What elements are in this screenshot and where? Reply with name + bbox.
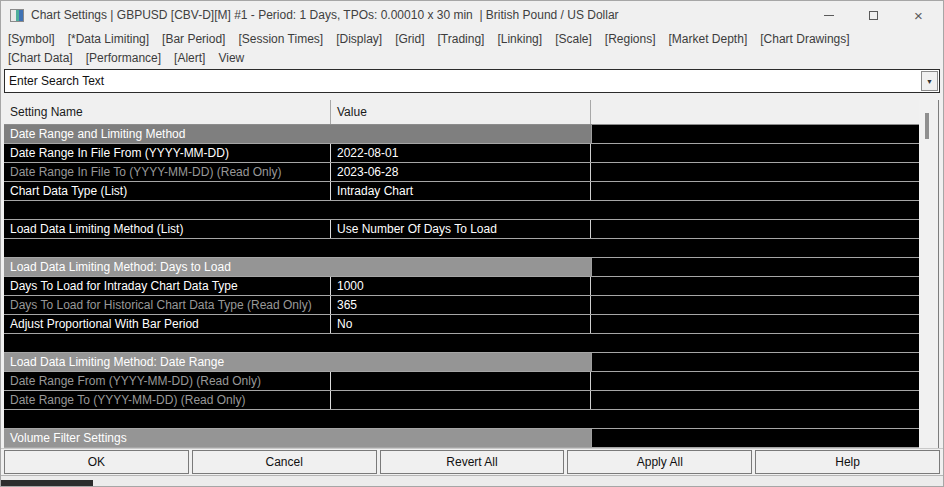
dialog-button-row: OKCancelRevert AllApply AllHelp <box>1 448 943 475</box>
setting-value[interactable]: Use Number Of Days To Load <box>331 220 591 238</box>
menu-session-times[interactable]: [Session Times] <box>238 32 323 46</box>
bottom-strip <box>1 475 943 487</box>
vertical-scrollbar[interactable] <box>919 100 939 448</box>
setting-row-chart-data-type-list-[interactable]: Chart Data Type (List)Intraday Chart <box>4 182 919 201</box>
section-label: Load Data Limiting Method: Days to Load <box>4 258 592 276</box>
ok-button[interactable]: OK <box>4 450 189 474</box>
extra-cell <box>592 258 919 276</box>
extra-cell <box>591 220 919 238</box>
extra-cell <box>592 429 919 447</box>
scrollbar-thumb[interactable] <box>925 113 929 139</box>
revert-all-button[interactable]: Revert All <box>380 450 565 474</box>
setting-value[interactable] <box>331 372 591 390</box>
setting-row-load-data-limiting-method-list-[interactable]: Load Data Limiting Method (List)Use Numb… <box>4 220 919 239</box>
window-title: Chart Settings | GBPUSD [CBV-D][M] #1 - … <box>31 8 619 22</box>
app-icon <box>10 9 24 22</box>
menu-chart-drawings[interactable]: [Chart Drawings] <box>760 32 849 46</box>
setting-value[interactable]: 2022-08-01 <box>331 144 591 162</box>
chevron-down-icon: ▼ <box>926 78 933 85</box>
section-label: Volume Filter Settings <box>4 429 592 447</box>
menu-performance[interactable]: [Performance] <box>86 51 161 65</box>
close-button[interactable]: × <box>896 1 941 29</box>
window-controls: × <box>806 1 941 29</box>
setting-row-date-range-in-file-to-yyyy-mm-dd-read-only-[interactable]: Date Range In File To (YYYY-MM-DD) (Read… <box>4 163 919 182</box>
column-header-setting-name[interactable]: Setting Name <box>4 100 331 124</box>
setting-row-date-range-from-yyyy-mm-dd-read-only-[interactable]: Date Range From (YYYY-MM-DD) (Read Only) <box>4 372 919 391</box>
settings-rows: Date Range and Limiting MethodDate Range… <box>4 125 919 448</box>
menu-grid[interactable]: [Grid] <box>395 32 424 46</box>
extra-cell <box>591 182 919 200</box>
combo-dropdown-button[interactable]: ▼ <box>921 71 938 91</box>
extra-cell <box>591 277 919 295</box>
section-row-date-range-and-limiting-method: Date Range and Limiting Method <box>4 125 919 144</box>
cancel-button[interactable]: Cancel <box>192 450 377 474</box>
help-button[interactable]: Help <box>755 450 940 474</box>
setting-name: Date Range To (YYYY-MM-DD) (Read Only) <box>4 391 331 409</box>
setting-name: Days To Load for Historical Chart Data T… <box>4 296 331 314</box>
menu-data-limiting[interactable]: [*Data Limiting] <box>68 32 149 46</box>
menu-row-1: [Symbol][*Data Limiting][Bar Period][Ses… <box>1 29 943 48</box>
menu-scale[interactable]: [Scale] <box>555 32 592 46</box>
table-header: Setting Name Value <box>4 100 919 125</box>
setting-value[interactable]: Intraday Chart <box>331 182 591 200</box>
section-row-load-data-limiting-method-days-to-load: Load Data Limiting Method: Days to Load <box>4 258 919 277</box>
setting-value[interactable]: 1000 <box>331 277 591 295</box>
menu-regions[interactable]: [Regions] <box>605 32 656 46</box>
setting-value[interactable] <box>331 391 591 409</box>
close-icon: × <box>914 8 923 23</box>
menu-display[interactable]: [Display] <box>336 32 382 46</box>
setting-row-date-range-in-file-from-yyyy-mm-dd-[interactable]: Date Range In File From (YYYY-MM-DD)2022… <box>4 144 919 163</box>
menu-chart-data[interactable]: [Chart Data] <box>8 51 73 65</box>
minimize-icon <box>824 15 834 16</box>
setting-row-adjust-proportional-with-bar-period[interactable]: Adjust Proportional With Bar PeriodNo <box>4 315 919 334</box>
setting-name: Date Range In File To (YYYY-MM-DD) (Read… <box>4 163 331 181</box>
minimize-button[interactable] <box>806 1 851 29</box>
setting-name: Days To Load for Intraday Chart Data Typ… <box>4 277 331 295</box>
menu-trading[interactable]: [Trading] <box>438 32 485 46</box>
setting-name: Load Data Limiting Method (List) <box>4 220 331 238</box>
section-row-load-data-limiting-method-date-range: Load Data Limiting Method: Date Range <box>4 353 919 372</box>
column-header-value[interactable]: Value <box>331 100 591 124</box>
menu-bar: [Symbol][*Data Limiting][Bar Period][Ses… <box>1 29 943 67</box>
menu-bar-period[interactable]: [Bar Period] <box>162 32 225 46</box>
menu-row-2: [Chart Data][Performance][Alert]View <box>1 48 943 67</box>
section-label: Load Data Limiting Method: Date Range <box>4 353 592 371</box>
chart-settings-window: Chart Settings | GBPUSD [CBV-D][M] #1 - … <box>0 0 944 487</box>
extra-cell <box>591 391 919 409</box>
spacer-row <box>4 410 919 429</box>
settings-table: Setting Name Value Date Range and Limiti… <box>4 100 919 448</box>
maximize-icon <box>869 11 878 20</box>
setting-name: Date Range From (YYYY-MM-DD) (Read Only) <box>4 372 331 390</box>
title-bar: Chart Settings | GBPUSD [CBV-D][M] #1 - … <box>1 1 943 29</box>
setting-row-date-range-to-yyyy-mm-dd-read-only-[interactable]: Date Range To (YYYY-MM-DD) (Read Only) <box>4 391 919 410</box>
section-label: Date Range and Limiting Method <box>4 125 592 143</box>
spacer-row <box>4 201 919 220</box>
extra-cell <box>591 315 919 333</box>
setting-row-days-to-load-for-historical-chart-data-type-read-only-[interactable]: Days To Load for Historical Chart Data T… <box>4 296 919 315</box>
taskbar-edge <box>1 480 93 487</box>
setting-value[interactable]: 365 <box>331 296 591 314</box>
setting-value[interactable]: 2023-06-28 <box>331 163 591 181</box>
spacer-row <box>4 334 919 353</box>
section-row-volume-filter-settings: Volume Filter Settings <box>4 429 919 448</box>
search-input[interactable] <box>5 70 921 92</box>
maximize-button[interactable] <box>851 1 896 29</box>
extra-cell <box>592 353 919 371</box>
extra-cell <box>591 163 919 181</box>
extra-cell <box>591 144 919 162</box>
menu-view[interactable]: View <box>218 51 244 65</box>
spacer-row <box>4 239 919 258</box>
setting-row-days-to-load-for-intraday-chart-data-type[interactable]: Days To Load for Intraday Chart Data Typ… <box>4 277 919 296</box>
menu-symbol[interactable]: [Symbol] <box>8 32 55 46</box>
extra-cell <box>592 125 919 143</box>
apply-all-button[interactable]: Apply All <box>567 450 752 474</box>
menu-linking[interactable]: [Linking] <box>497 32 542 46</box>
extra-cell <box>591 372 919 390</box>
setting-name: Date Range In File From (YYYY-MM-DD) <box>4 144 331 162</box>
menu-alert[interactable]: [Alert] <box>174 51 205 65</box>
setting-value[interactable]: No <box>331 315 591 333</box>
extra-cell <box>591 296 919 314</box>
menu-market-depth[interactable]: [Market Depth] <box>669 32 748 46</box>
search-combo: ▼ <box>4 69 940 93</box>
column-header-extra <box>591 100 919 124</box>
